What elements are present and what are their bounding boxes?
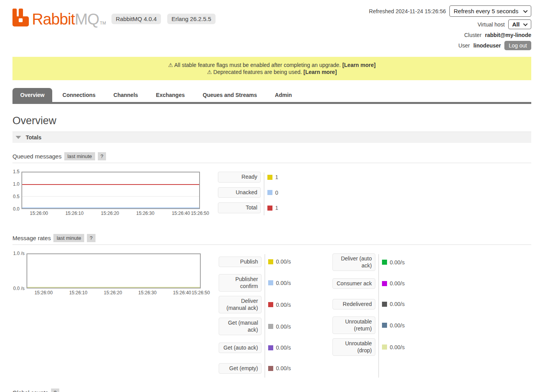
- legend-swatch: [268, 302, 273, 307]
- legend-label: Get (manual ack): [219, 318, 262, 335]
- tab-strip: [12, 102, 531, 104]
- queued-messages-title: Queued messages: [12, 153, 62, 160]
- legend-swatch: [268, 280, 273, 285]
- tab-exchanges[interactable]: Exchanges: [148, 88, 193, 102]
- user-label: User: [458, 42, 470, 49]
- legend-label: Deliver (auto ack): [332, 253, 375, 271]
- legend-value: 0.00/s: [276, 302, 291, 308]
- totals-section-header[interactable]: Totals: [12, 132, 531, 143]
- legend-swatch: [382, 281, 387, 286]
- rabbitmq-logo[interactable]: RabbitMQTM: [12, 9, 106, 26]
- legend-value: 0.00/s: [276, 258, 291, 265]
- x-axis: 15:26:00 15:26:10 15:26:20 15:26:30 15:2…: [21, 211, 200, 218]
- tab-queues-and-streams[interactable]: Queues and Streams: [195, 88, 265, 102]
- time-range-badge[interactable]: last minute: [64, 152, 95, 160]
- tab-admin[interactable]: Admin: [267, 88, 300, 102]
- page-title: Overview: [12, 115, 531, 127]
- header: RabbitMQTM RabbitMQ 4.0.4 Erlang 26.2.5.…: [12, 5, 531, 53]
- help-icon[interactable]: ?: [51, 388, 59, 392]
- legend-row: Unroutable (return) 0.00/s: [332, 316, 424, 334]
- legend-swatch: [267, 206, 272, 211]
- legend-label: Ready: [218, 172, 261, 183]
- global-counts-heading: Global counts ?: [12, 388, 531, 392]
- series-line-total: [22, 184, 199, 185]
- legend-row: Deliver (manual ack) 0.00/s: [219, 296, 310, 313]
- legend-label: Redelivered: [332, 299, 375, 310]
- legend-row: Get (auto ack) 0.00/s: [219, 339, 310, 356]
- collapse-arrow-icon: [16, 136, 21, 139]
- rabbitmq-logo-icon: [12, 9, 29, 26]
- series-line-unroutable-drop: [27, 287, 200, 288]
- tab-connections[interactable]: Connections: [55, 88, 103, 102]
- legend-label: Publish: [219, 257, 262, 267]
- legend-swatch: [267, 175, 272, 180]
- legend-value: 0.00/s: [390, 322, 405, 329]
- vhost-select-wrap: All: [508, 19, 531, 29]
- plot-area: [27, 253, 201, 288]
- legend-row: Ready 1: [218, 172, 309, 183]
- legend-swatch: [382, 302, 387, 307]
- version-badges: RabbitMQ 4.0.4 Erlang 26.2.5.5: [111, 14, 216, 24]
- legend-value: 0.00/s: [276, 323, 291, 330]
- legend-row: Total 1: [218, 202, 309, 213]
- cluster-label: Cluster: [464, 32, 481, 38]
- legend-value: 0: [275, 190, 278, 196]
- global-counts-title: Global counts: [12, 389, 48, 392]
- feature-flags-warning-text: ⚠ All stable feature flags must be enabl…: [168, 62, 341, 68]
- vhost-select[interactable]: All: [508, 19, 531, 29]
- refresh-interval-select[interactable]: Refresh every 5 seconds: [449, 5, 531, 17]
- logo-area: RabbitMQTM RabbitMQ 4.0.4 Erlang 26.2.5.…: [12, 5, 216, 26]
- tab-bar: Overview Connections Channels Exchanges …: [12, 88, 531, 104]
- message-rates-heading: Message rates last minute ?: [12, 234, 531, 245]
- legend-swatch: [267, 190, 272, 195]
- queued-messages-heading: Queued messages last minute ?: [12, 152, 531, 163]
- legend-value: 0.00/s: [276, 365, 291, 371]
- legend-label: Get (empty): [219, 363, 262, 374]
- message-rates-section: 1.0 /s 0.0 /s 15:26:00 15:26:10 15:26:20…: [12, 253, 531, 381]
- queued-messages-legend: Ready 1 Unacked 0 Total 1: [218, 172, 309, 218]
- legend-value: 0.00/s: [390, 301, 405, 307]
- legend-swatch: [268, 259, 273, 264]
- legend-row: Publish 0.00/s: [219, 253, 310, 270]
- refreshed-timestamp: Refreshed 2024-11-24 15:26:56: [369, 8, 446, 14]
- legend-value: 0.00/s: [276, 280, 291, 286]
- legend-swatch: [382, 323, 387, 328]
- legend-value: 1: [275, 174, 278, 180]
- legend-row: Publisher confirm 0.00/s: [219, 274, 310, 292]
- help-icon[interactable]: ?: [87, 234, 95, 242]
- time-range-badge[interactable]: last minute: [53, 234, 84, 242]
- legend-label: Unroutable (return): [332, 316, 375, 334]
- legend-row: Redelivered 0.00/s: [332, 296, 424, 312]
- legend-row: Get (empty) 0.00/s: [219, 360, 310, 376]
- erlang-version-badge: Erlang 26.2.5.5: [167, 14, 216, 24]
- legend-row: Consumer ack 0.00/s: [332, 275, 424, 292]
- warning-banner: ⚠ All stable feature flags must be enabl…: [12, 57, 531, 80]
- legend-value: 0.00/s: [390, 280, 405, 287]
- tab-overview[interactable]: Overview: [12, 88, 52, 102]
- message-rates-legend-col2: Deliver (auto ack) 0.00/s Consumer ack 0…: [332, 253, 424, 381]
- status-area: Refreshed 2024-11-24 15:26:56 Refresh ev…: [369, 5, 531, 53]
- series-line-unacked: [22, 207, 199, 208]
- cluster-name: rabbit@my-linode: [485, 32, 531, 38]
- legend-label: Unacked: [218, 187, 261, 198]
- legend-row: Unacked 0: [218, 187, 309, 198]
- legend-label: Total: [218, 202, 261, 213]
- rabbitmq-logo-text: RabbitMQTM: [32, 12, 106, 26]
- legend-row: Deliver (auto ack) 0.00/s: [332, 253, 424, 271]
- legend-label: Publisher confirm: [219, 274, 262, 292]
- learn-more-link-feature-flags[interactable]: [Learn more]: [342, 62, 376, 68]
- learn-more-link-deprecated[interactable]: [Learn more]: [304, 69, 337, 75]
- help-icon[interactable]: ?: [98, 152, 106, 160]
- y-axis: 1.5 1.0 0.5 0.0: [12, 172, 21, 209]
- legend-row: Get (manual ack) 0.00/s: [219, 318, 310, 335]
- legend-swatch: [268, 366, 273, 371]
- refresh-interval-select-wrap: Refresh every 5 seconds: [449, 5, 531, 17]
- tab-channels[interactable]: Channels: [106, 88, 146, 102]
- plot-area: [21, 172, 200, 209]
- logout-button[interactable]: Log out: [504, 41, 531, 50]
- y-axis: 1.0 /s 0.0 /s: [12, 253, 27, 288]
- legend-label: Get (auto ack): [219, 343, 262, 353]
- rabbitmq-overview-page: RabbitMQTM RabbitMQ 4.0.4 Erlang 26.2.5.…: [0, 0, 541, 392]
- rabbitmq-version-badge: RabbitMQ 4.0.4: [111, 14, 161, 24]
- legend-label: Deliver (manual ack): [219, 296, 262, 313]
